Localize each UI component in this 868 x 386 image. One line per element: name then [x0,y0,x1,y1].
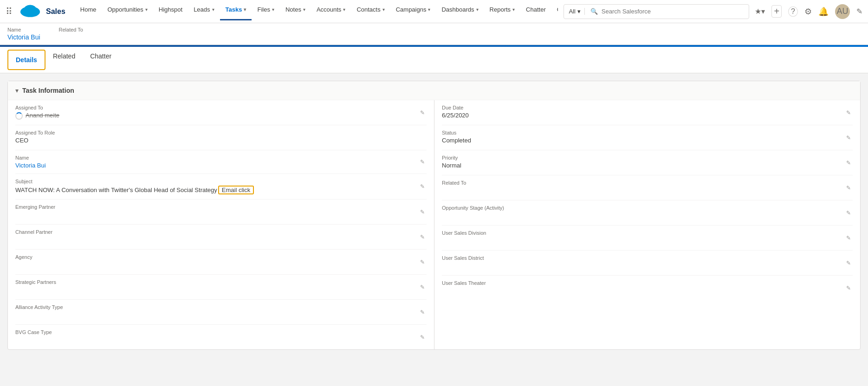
edit-icon[interactable]: ✎ [420,234,425,240]
user-sales-division-field: User Sales Division ✎ [442,225,853,251]
name-record-value[interactable]: Victoria Bui [15,162,46,169]
edit-icon[interactable]: ✎ [846,109,851,116]
chevron-down-icon: ▾ [343,7,345,12]
nav-accounts[interactable]: Accounts ▾ [311,0,351,20]
edit-icon[interactable]: ✎ [420,209,425,215]
edit-icon[interactable]: ✎ [420,334,425,341]
settings-icon[interactable]: ⚙ [804,6,812,17]
app-name: Sales [46,7,65,16]
edit-icon[interactable]: ✎ [846,160,851,166]
agency-label: Agency [15,254,427,260]
search-scope-selector[interactable]: All ▾ [569,8,584,15]
user-sales-theater-value [442,287,853,296]
edit-icon[interactable]: ✎ [420,183,425,190]
user-sales-district-label: User Sales District [442,255,853,261]
new-record-icon[interactable]: + [771,5,782,18]
strategic-partners-value [15,286,427,295]
opportunity-stage-label: Opportunity Stage (Activity) [442,205,853,211]
nav-chatter[interactable]: Chatter [520,0,551,20]
user-sales-district-field: User Sales District ✎ [442,251,853,276]
assigned-to-value-row: Anand meite [15,112,427,120]
edit-page-icon[interactable]: ✎ [856,7,862,16]
bvg-case-type-field: BVG Case Type ✎ [15,325,427,349]
edit-icon[interactable]: ✎ [420,259,425,265]
section-collapse-toggle[interactable]: ▾ [15,87,19,94]
edit-icon[interactable]: ✎ [846,285,851,291]
spinner-icon [15,112,23,120]
chevron-down-icon: ▾ [303,7,305,12]
user-sales-division-label: User Sales Division [442,230,853,236]
nav-notes[interactable]: Notes ▾ [280,0,311,20]
agency-value [15,261,427,270]
assigned-to-role-field: Assigned To Role CEO [15,125,427,150]
tab-related[interactable]: Related [45,47,83,73]
strategic-partners-label: Strategic Partners [15,279,427,285]
search-bar[interactable]: All ▾ 🔍 [564,4,749,19]
tab-details[interactable]: Details [7,50,45,70]
opportunity-stage-field: Opportunity Stage (Activity) ✎ [442,200,853,225]
left-column: Assigned To Anand meite ✎ Assigned To Ro… [8,100,434,349]
edit-icon[interactable]: ✎ [846,185,851,191]
channel-partner-field: Channel Partner ✎ [15,225,427,250]
section-header: ▾ Task Information [8,81,860,100]
nav-opportunities[interactable]: Opportunities ▾ [102,0,153,20]
app-launcher-icon[interactable]: ⠿ [6,6,13,17]
subject-field: Subject WATCH NOW: A Conversation with T… [15,174,427,199]
tab-chatter[interactable]: Chatter [83,47,119,73]
edit-icon[interactable]: ✎ [420,159,425,165]
nav-campaigns[interactable]: Campaigns ▾ [390,0,436,20]
nav-files[interactable]: Files ▾ [252,0,279,20]
name-field: Name Victoria Bui [7,27,40,41]
opportunity-stage-value [442,212,853,220]
due-date-label: Due Date [442,105,853,110]
chevron-down-icon: ▾ [145,7,148,12]
name-record-label: Name [15,155,427,161]
notifications-icon[interactable]: 🔔 [818,6,829,17]
main-nav: Home Opportunities ▾ Highspot Leads ▾ Ta… [75,0,558,23]
top-bar: ⠿ Sales Home Opportunities ▾ Highspot Le… [0,0,868,23]
nav-home[interactable]: Home [75,0,102,20]
nav-reports[interactable]: Reports ▾ [484,0,521,20]
task-information-section: ▾ Task Information Assigned To Anand mei… [7,81,861,350]
edit-icon[interactable]: ✎ [420,284,425,290]
agency-field: Agency ✎ [15,250,427,275]
name-label: Name [7,27,40,32]
nav-tasks[interactable]: Tasks ▾ [220,0,252,20]
edit-icon[interactable]: ✎ [846,135,851,141]
related-to-record-field: Related To ✎ [442,175,853,200]
user-sales-theater-label: User Sales Theater [442,280,853,286]
subject-value: WATCH NOW: A Conversation with Twitter's… [15,186,427,194]
emerging-partner-field: Emerging Partner ✎ [15,199,427,225]
help-icon[interactable]: ? [788,6,798,17]
name-record-field: Name Victoria Bui ✎ [15,150,427,174]
edit-icon[interactable]: ✎ [846,260,851,266]
edit-icon[interactable]: ✎ [846,210,851,216]
favorites-icon[interactable]: ★▾ [755,7,765,16]
nav-leads[interactable]: Leads ▾ [188,0,220,20]
nav-contacts[interactable]: Contacts ▾ [351,0,390,20]
nav-highspot[interactable]: Highspot [153,0,188,20]
email-click-badge: Email click [218,186,254,194]
priority-value: Normal [442,162,853,170]
edit-icon[interactable]: ✎ [420,109,425,116]
main-content: ▾ Task Information Assigned To Anand mei… [0,73,868,357]
user-sales-district-value [442,262,853,270]
chevron-down-icon: ▾ [476,7,479,12]
avatar[interactable]: AU [835,4,850,19]
search-input[interactable] [602,8,745,15]
bvg-case-type-label: BVG Case Type [15,329,427,335]
edit-icon[interactable]: ✎ [420,309,425,315]
nav-groups[interactable]: Groups ▾ [551,0,558,20]
sf-logo[interactable] [20,3,40,20]
subject-text: WATCH NOW: A Conversation with Twitter's… [15,187,217,193]
bvg-case-type-value [15,336,427,345]
channel-partner-label: Channel Partner [15,229,427,235]
nav-dashboards[interactable]: Dashboards ▾ [436,0,484,20]
name-link[interactable]: Victoria Bui [7,33,40,41]
svg-point-3 [24,5,36,13]
related-to-label: Related To [59,27,83,32]
edit-icon[interactable]: ✎ [846,235,851,241]
status-label: Status [442,130,853,135]
chevron-down-icon: ▾ [382,7,385,12]
chevron-down-icon: ▾ [244,7,246,12]
